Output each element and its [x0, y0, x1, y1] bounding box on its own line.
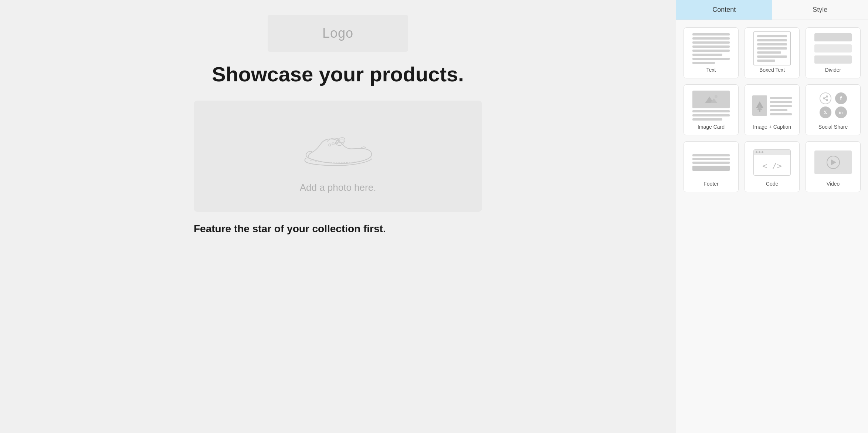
preview-divider-box-top	[814, 33, 852, 41]
preview-line	[757, 47, 787, 50]
block-preview-footer	[688, 148, 735, 177]
sidebar: Content Style Text	[676, 0, 868, 433]
svg-line-15	[824, 97, 827, 98]
preview-text-lines	[692, 33, 730, 64]
block-item-video[interactable]: Video	[806, 141, 861, 192]
logo-block: Logo	[194, 15, 482, 52]
svg-point-1	[332, 143, 334, 145]
preview-line	[770, 101, 792, 103]
play-icon	[827, 156, 840, 169]
logo-text: Logo	[322, 26, 353, 41]
block-preview-boxed-text	[749, 34, 796, 63]
preview-line	[692, 114, 730, 116]
social-icons-row-top: f	[820, 92, 847, 104]
preview-line	[770, 113, 792, 115]
svg-point-0	[329, 144, 331, 146]
sidebar-tabs: Content Style	[676, 0, 868, 20]
block-preview-image-card	[688, 91, 735, 120]
preview-footer-bar	[692, 166, 730, 171]
preview-line	[757, 55, 787, 58]
preview-line	[692, 162, 730, 164]
preview-line	[757, 35, 787, 37]
block-item-image-caption[interactable]: Image + Caption	[745, 84, 800, 135]
tree-preview-icon	[755, 98, 765, 112]
block-preview-social-share: f 𝕏 in	[810, 91, 857, 120]
share-icon	[820, 92, 831, 104]
preview-code-header	[754, 150, 791, 155]
blocks-grid: Text Boxed Text	[676, 20, 868, 200]
block-item-boxed-text[interactable]: Boxed Text	[745, 27, 800, 78]
twitter-icon: 𝕏	[820, 106, 831, 118]
preview-video	[814, 150, 852, 174]
preview-divider-box-mid	[814, 44, 852, 53]
logo-placeholder: Logo	[268, 15, 408, 52]
tab-content[interactable]: Content	[676, 0, 772, 20]
preview-line	[770, 97, 792, 99]
preview-boxed	[753, 31, 791, 65]
svg-line-16	[824, 98, 827, 100]
code-dot	[762, 151, 763, 153]
preview-footer	[692, 154, 730, 171]
block-item-image-card[interactable]: Image Card	[684, 84, 739, 135]
preview-line	[692, 45, 730, 48]
code-dot	[759, 151, 760, 153]
block-item-code[interactable]: < /> Code	[745, 141, 800, 192]
preview-line	[692, 50, 730, 52]
block-label-code: Code	[766, 181, 778, 187]
preview-line	[692, 154, 730, 156]
preview-divider	[814, 33, 852, 64]
preview-line	[692, 41, 730, 44]
preview-line	[757, 51, 781, 54]
svg-rect-11	[759, 109, 760, 112]
preview-line	[692, 62, 715, 64]
preview-code-body: < />	[754, 157, 791, 175]
block-label-image-caption: Image + Caption	[753, 124, 791, 130]
block-item-social-share[interactable]: f 𝕏 in Social Share	[806, 84, 861, 135]
block-label-boxed-text: Boxed Text	[759, 67, 785, 73]
preview-img-caption	[752, 95, 792, 116]
block-label-divider: Divider	[825, 67, 841, 73]
preview-code: < />	[753, 149, 791, 176]
preview-line	[770, 105, 792, 107]
preview-image-card	[692, 91, 730, 121]
block-label-video: Video	[827, 181, 840, 187]
block-label-image-card: Image Card	[698, 124, 725, 130]
play-triangle	[831, 159, 836, 165]
preview-line	[692, 58, 730, 60]
preview-footer-lines	[692, 154, 730, 164]
block-item-text[interactable]: Text	[684, 27, 739, 78]
block-item-divider[interactable]: Divider	[806, 27, 861, 78]
block-preview-text	[688, 34, 735, 63]
block-preview-video	[810, 148, 857, 177]
feature-text: Feature the star of your collection firs…	[194, 223, 482, 235]
preview-img-left	[752, 95, 767, 116]
tab-style[interactable]: Style	[772, 0, 868, 20]
social-icons-row-bottom: 𝕏 in	[820, 106, 847, 118]
preview-img-placeholder	[692, 91, 730, 108]
facebook-icon: f	[835, 92, 847, 104]
block-label-footer: Footer	[703, 181, 718, 187]
photo-block[interactable]: Add a photo here.	[194, 101, 482, 212]
linkedin-icon: in	[835, 106, 847, 118]
canvas-content: Logo Showcase your products.	[194, 15, 482, 242]
block-label-text: Text	[706, 67, 716, 73]
preview-line	[692, 158, 730, 160]
block-preview-code: < />	[749, 148, 796, 177]
photo-caption: Add a photo here.	[300, 182, 376, 193]
preview-social: f 𝕏 in	[820, 92, 847, 118]
preview-caption-lines	[770, 95, 792, 115]
headline: Showcase your products.	[194, 63, 482, 86]
block-label-social-share: Social Share	[818, 124, 848, 130]
preview-line	[770, 109, 788, 111]
block-item-footer[interactable]: Footer	[684, 141, 739, 192]
preview-line	[692, 37, 730, 40]
canvas-area: Logo Showcase your products.	[0, 0, 676, 433]
preview-line	[692, 54, 722, 56]
shoe-icon	[297, 123, 379, 175]
preview-line	[757, 43, 787, 45]
block-preview-image-caption	[749, 91, 796, 120]
preview-line	[692, 110, 730, 112]
preview-line	[692, 33, 730, 35]
code-brackets-icon: < />	[762, 161, 782, 170]
preview-line	[692, 118, 722, 121]
